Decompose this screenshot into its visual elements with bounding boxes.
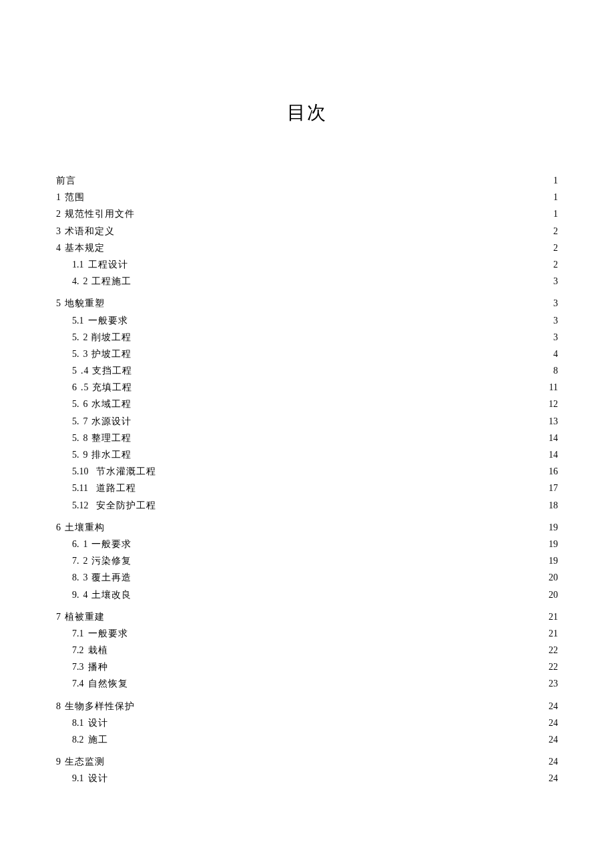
toc-entry-leader — [134, 571, 543, 580]
toc-entry-number: 5.1 — [72, 312, 84, 329]
toc-entry-leader — [111, 661, 544, 670]
toc-entry-number: 7. — [72, 552, 79, 569]
toc-entry-number: 7.3 — [72, 659, 84, 675]
toc-entry-leader — [87, 191, 543, 200]
toc-entry-label: 自然恢复 — [88, 675, 128, 692]
toc-entry: 5.1一般要求3 — [56, 312, 558, 329]
toc-entry-leader — [131, 677, 544, 687]
toc-entry: 5.7 水源设计13 — [56, 413, 558, 430]
toc-entry: 9.4 土壤改良20 — [56, 586, 558, 603]
toc-entry-number: 4. — [72, 273, 79, 290]
toc-entry-leader — [135, 364, 543, 374]
toc-entry: 5.10节水灌溉工程16 — [56, 463, 558, 480]
toc-entry-number: 5.10 — [72, 463, 92, 480]
toc-entry-label: 2 污染修复 — [83, 552, 132, 569]
document-page: 目次 前言11范围12规范性引用文件13术语和定义24基本规定21.1工程设计2… — [0, 0, 614, 827]
toc-entry-leader — [111, 733, 544, 743]
toc-entry: 8生物多样性保护24 — [56, 698, 558, 715]
toc-entry-leader — [111, 644, 544, 653]
toc-entry-label: 3 覆土再造 — [83, 569, 132, 586]
toc-entry-page: 3 — [546, 312, 558, 329]
toc-entry-page: 22 — [546, 642, 558, 659]
toc-entry-leader — [137, 700, 543, 709]
toc-entry-number: 8.1 — [72, 715, 84, 731]
toc-entry-page: 2 — [546, 240, 558, 256]
toc-entry-label: 设计 — [88, 770, 108, 787]
toc-entry-page: 11 — [546, 379, 558, 396]
toc-entry-page: 18 — [546, 497, 558, 514]
toc-entry-leader — [111, 717, 544, 726]
toc-entry-number: 4 — [56, 240, 61, 256]
toc-entry-leader — [134, 554, 543, 564]
toc-entry-label: 4 土壤改良 — [83, 586, 132, 603]
toc-entry-page: 12 — [546, 396, 558, 412]
toc-entry: 5.3 护坡工程4 — [56, 346, 558, 362]
toc-entry-number: 9. — [72, 586, 79, 603]
toc-entry: 7.4自然恢复23 — [56, 675, 558, 692]
toc-entry: 6土壤重构19 — [56, 519, 558, 536]
toc-entry-label: 3 护坡工程 — [83, 346, 132, 362]
toc-entry-label: 工程设计 — [88, 256, 128, 273]
toc-entry-leader — [111, 772, 544, 781]
toc-entry-page: 21 — [546, 625, 558, 642]
toc-entry: 6.5 充填工程11 — [56, 379, 558, 396]
toc-entry: 9.1设计24 — [56, 770, 558, 787]
toc-entry-page: 22 — [546, 659, 558, 675]
toc-entry-number: 5. — [72, 446, 79, 463]
toc-entry-number: 6 — [72, 379, 77, 396]
toc-entry-leader — [107, 297, 543, 306]
toc-entry-label: 2 削坡工程 — [83, 329, 132, 346]
toc-entry-page: 24 — [546, 770, 558, 787]
toc-entry-page: 3 — [546, 329, 558, 346]
toc-entry-leader — [159, 465, 543, 474]
toc-entry-page: 23 — [546, 675, 558, 692]
toc-entry-page: 24 — [546, 715, 558, 731]
toc-entry-label: 术语和定义 — [65, 223, 115, 240]
toc-entry: 1.1工程设计2 — [56, 256, 558, 273]
toc-entry-leader — [131, 314, 544, 324]
toc-entry-label: 2 工程施工 — [83, 273, 132, 290]
toc-entry-number: 5. — [72, 413, 79, 430]
toc-entry-leader — [107, 521, 543, 530]
toc-entry-page: 2 — [546, 223, 558, 240]
toc-entry: 5地貌重塑3 — [56, 295, 558, 312]
toc-entry-number: 3 — [56, 223, 61, 240]
toc-entry: 7.2栽植22 — [56, 642, 558, 659]
toc-entry-number: 9 — [56, 753, 61, 770]
toc-entry-page: 19 — [546, 552, 558, 569]
toc-entry-page: 4 — [546, 346, 558, 362]
toc-entry-page: 21 — [546, 608, 558, 625]
toc-entry: 5.11道路工程17 — [56, 480, 558, 496]
toc-entry: 5.12安全防护工程18 — [56, 497, 558, 514]
toc-entry-leader — [134, 448, 543, 458]
toc-entry-number: 1 — [56, 189, 61, 205]
toc-entry: 8.1设计24 — [56, 715, 558, 731]
toc-entry-label: 道路工程 — [96, 480, 136, 496]
toc-entry: 5.6 水域工程12 — [56, 396, 558, 412]
toc-entry-leader — [134, 398, 543, 407]
toc-entry-number: 5 — [72, 362, 77, 379]
toc-entry-page: 19 — [546, 536, 558, 552]
toc-entry-label: 安全防护工程 — [96, 497, 156, 514]
toc-entry-leader — [139, 482, 543, 491]
toc-entry-number: 6. — [72, 536, 79, 552]
toc-entry-number: 5. — [72, 329, 79, 346]
toc-entry-number: 2 — [56, 205, 61, 222]
toc-entry-leader — [134, 275, 543, 284]
toc-entry-leader — [134, 348, 543, 357]
toc-entry-leader — [134, 538, 543, 547]
toc-entry-page: 14 — [546, 430, 558, 446]
toc-entry-page: 16 — [546, 463, 558, 480]
toc-entry-label: 一般要求 — [88, 625, 128, 642]
toc-entry-page: 17 — [546, 480, 558, 496]
toc-entry-leader — [137, 207, 543, 217]
toc-entry-label: 地貌重塑 — [65, 295, 105, 312]
toc-entry-label: .4 支挡工程 — [81, 362, 132, 379]
toc-entry-label: 基本规定 — [65, 240, 105, 256]
toc-entry-label: 8 整理工程 — [83, 430, 132, 446]
toc-entry-page: 20 — [546, 586, 558, 603]
toc-entry-leader — [79, 174, 543, 183]
table-of-contents: 前言11范围12规范性引用文件13术语和定义24基本规定21.1工程设计24.2… — [56, 172, 558, 787]
toc-entry: 5.2 削坡工程3 — [56, 329, 558, 346]
toc-entry-label: 范围 — [65, 189, 85, 205]
